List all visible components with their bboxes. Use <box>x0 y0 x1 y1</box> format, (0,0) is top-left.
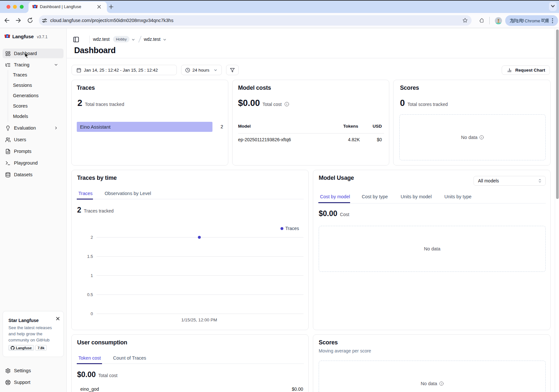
svg-text:Chrome: Chrome <box>525 18 540 23</box>
